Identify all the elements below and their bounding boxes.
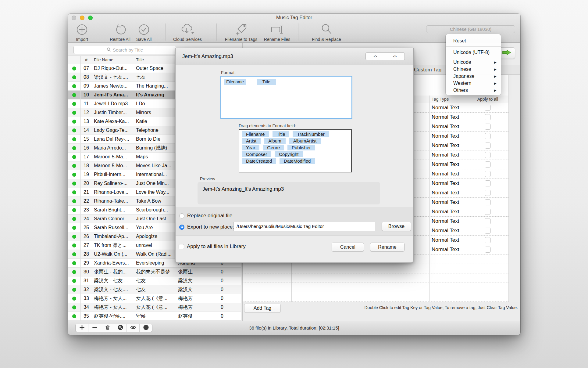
file-name: Jewel-I Do.mp3: [92, 99, 134, 108]
file-row[interactable]: 35赵英俊-守候....守候赵英俊0: [68, 312, 241, 321]
file-number: 30: [81, 268, 92, 276]
file-title: I Do: [134, 99, 176, 108]
column-header-filename[interactable]: File Name: [92, 56, 134, 64]
file-row[interactable]: 31梁汉文 - 七友....七友梁汉文0: [68, 276, 241, 285]
previous-file-button[interactable]: <-: [365, 52, 385, 60]
file-name: Sarah Russell...: [92, 223, 134, 232]
toolbar-button-rename-files[interactable]: Rename Files: [254, 23, 300, 42]
status-dot-icon: [72, 244, 76, 247]
cancel-button[interactable]: Cancel: [332, 243, 364, 251]
tag-column-divider: [467, 96, 467, 302]
file-row[interactable]: 33梅艳芳 - 女人...女人花 (《意...梅艳芳0: [68, 294, 241, 303]
search-input[interactable]: Search by Title: [73, 46, 176, 54]
apply-to-all-checkbox[interactable]: [485, 143, 491, 149]
apply-to-all-checkbox[interactable]: [485, 152, 491, 158]
export-radio-icon[interactable]: [179, 225, 184, 230]
apply-to-all-checkbox[interactable]: [485, 228, 491, 234]
file-title: Katie: [134, 117, 176, 126]
format-element-chip[interactable]: AlbumArtist: [289, 138, 321, 144]
apply-to-all-checkbox[interactable]: [485, 237, 491, 243]
file-name: Justin Timber...: [92, 108, 134, 117]
apply-to-all-checkbox[interactable]: [485, 247, 491, 253]
column-header-tag-type[interactable]: Tag Type: [432, 97, 449, 102]
file-number: 19: [81, 170, 92, 179]
tag-row: [243, 264, 508, 273]
apply-to-all-checkbox[interactable]: [485, 114, 491, 120]
replace-radio-icon[interactable]: [179, 213, 184, 218]
apply-all-option[interactable]: Apply to all files in Library: [179, 244, 246, 250]
status-dot-icon: [72, 297, 76, 301]
apply-to-all-checkbox[interactable]: [485, 171, 491, 177]
file-status-cell: [68, 259, 81, 267]
column-header-apply-to-all[interactable]: Apply to all: [467, 97, 509, 102]
apply-all-checkbox[interactable]: [179, 244, 184, 249]
file-row[interactable]: 32梁汉文 - 七友....七友梁汉文0: [68, 285, 241, 294]
file-status-cell: [68, 73, 81, 81]
file-row[interactable]: 30张雨生 - 我的...我的未来不是梦张雨生0: [68, 268, 241, 276]
format-element-chip[interactable]: Year: [242, 145, 259, 150]
menu-item-japanese[interactable]: Japanese▶: [446, 73, 501, 80]
toolbar-button-label: Rename Files: [254, 37, 300, 42]
rename-button[interactable]: Rename: [370, 243, 404, 251]
format-element-chip[interactable]: DateCreated: [242, 158, 276, 164]
format-element-chip[interactable]: DateModified: [280, 158, 315, 164]
apply-to-all-checkbox[interactable]: [485, 133, 491, 139]
encoding-field[interactable]: Chinese (GB 18030): [426, 25, 515, 33]
format-element-chip[interactable]: Filename: [242, 131, 269, 137]
format-element-chip[interactable]: Artist: [242, 138, 261, 144]
menu-item-unicode[interactable]: Unicode▶: [446, 59, 501, 66]
apply-to-all-checkbox[interactable]: [485, 161, 491, 168]
column-header-number[interactable]: #: [81, 56, 92, 64]
next-file-button[interactable]: ->: [385, 52, 405, 60]
toolbar-button-find-replace[interactable]: Find & Replace: [304, 23, 349, 42]
file-name: DJ Riquo-Out...: [92, 64, 134, 73]
tab-custom-tag[interactable]: Custom Tag: [414, 65, 441, 74]
file-status-cell: [68, 223, 81, 232]
format-element-chip[interactable]: Album: [264, 138, 286, 144]
format-element-chip[interactable]: Copyright: [275, 151, 303, 157]
apply-to-all-checkbox[interactable]: [485, 218, 491, 224]
format-element-chip[interactable]: TrackNumber: [293, 131, 329, 137]
apply-to-all-checkbox[interactable]: [485, 209, 491, 215]
format-chip[interactable]: Filename: [224, 79, 246, 85]
menu-item-others[interactable]: Others▶: [446, 87, 501, 94]
menu-item-unicode-utf-8[interactable]: Unicode (UTF-8): [446, 47, 501, 58]
file-row[interactable]: 34梅艳芳 - 女人...女人花 (《意...梅艳芳0: [68, 303, 241, 312]
format-separator[interactable]: _: [251, 79, 254, 84]
export-path-field[interactable]: /Users/hengzhuoliu/Music/Music Tag Edito…: [233, 222, 375, 231]
browse-button[interactable]: Browse: [382, 222, 411, 231]
apply-to-all-checkbox[interactable]: [485, 199, 491, 205]
format-element-chip[interactable]: Genre: [263, 145, 284, 150]
format-element-chip[interactable]: Title: [273, 131, 290, 137]
file-title: Take A Bow: [134, 197, 176, 205]
format-field[interactable]: Filename _ Title: [220, 76, 352, 119]
file-title: Just One Last...: [134, 215, 176, 223]
menu-item-reset[interactable]: Reset: [446, 35, 501, 46]
format-element-chip[interactable]: Composer: [242, 151, 271, 157]
column-header-title[interactable]: Title: [134, 56, 176, 64]
file-number: 22: [81, 197, 92, 205]
drag-elements-label: Drag elements to Format field:: [239, 123, 296, 128]
apply-to-all-checkbox[interactable]: [485, 124, 491, 130]
format-chip[interactable]: Title: [257, 79, 276, 85]
file-number: 09: [81, 82, 92, 90]
menu-item-chinese[interactable]: Chinese▶: [446, 66, 501, 73]
tag-scroll-gutter[interactable]: [508, 75, 520, 302]
toolbar-button-save-all[interactable]: Save All: [121, 23, 167, 42]
file-number: 16: [81, 144, 92, 152]
toolbar-button-cloud-services[interactable]: Cloud Services: [165, 23, 210, 42]
format-element-chip[interactable]: Publisher: [287, 145, 315, 150]
status-dot-icon: [72, 102, 76, 106]
column-header-status[interactable]: [68, 56, 81, 64]
file-name: James Newto...: [92, 82, 134, 90]
menu-item-western[interactable]: Western▶: [446, 80, 501, 87]
status-dot-icon: [72, 226, 76, 230]
apply-to-all-checkbox[interactable]: [485, 190, 491, 196]
replace-original-option[interactable]: Replace original file.: [179, 213, 234, 219]
status-dot-icon: [72, 111, 76, 115]
add-tag-button[interactable]: Add Tag: [244, 304, 281, 313]
apply-to-all-checkbox[interactable]: [485, 105, 491, 111]
apply-to-all-checkbox[interactable]: [485, 180, 491, 186]
export-new-place-option[interactable]: Export to new place:: [179, 224, 234, 230]
file-status-cell: [68, 268, 81, 276]
